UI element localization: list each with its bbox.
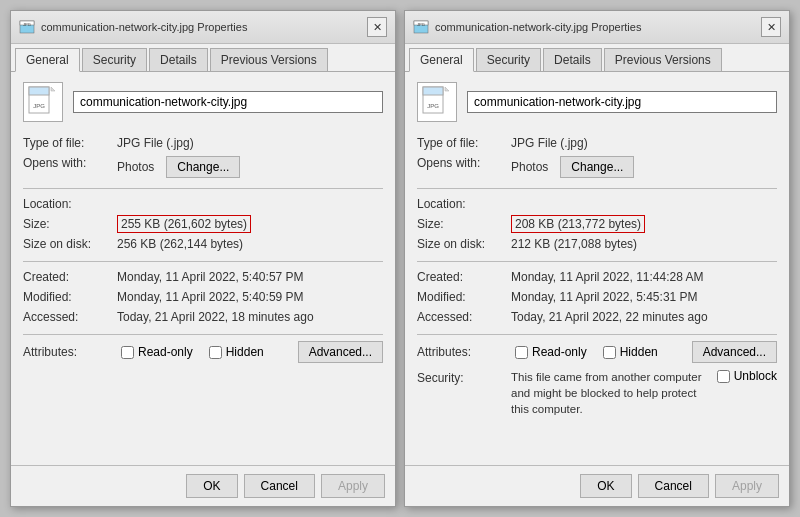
created-label-1: Created: [23,268,113,286]
advanced-button-1[interactable]: Advanced... [298,341,383,363]
readonly-input-2[interactable] [515,346,528,359]
hidden-checkbox-1[interactable]: Hidden [209,345,264,359]
info-grid-2: Type of file: JPG File (.jpg) Opens with… [417,134,777,180]
cancel-button-2[interactable]: Cancel [638,474,709,498]
divider-1a [23,188,383,189]
type-label-1: Type of file: [23,134,113,152]
file-header-2: JPG communication-network-city.jpg [417,82,777,122]
created-label-2: Created: [417,268,507,286]
attributes-row-2: Attributes: Read-only Hidden Advanced... [417,341,777,363]
info-grid-2c: Created: Monday, 11 April 2022, 11:44:28… [417,268,777,326]
file-icon-1: JPG [23,82,63,122]
accessed-value-2: Today, 21 April 2022, 22 minutes ago [511,308,777,326]
hidden-input-2[interactable] [603,346,616,359]
ok-button-1[interactable]: OK [186,474,237,498]
type-value-2: JPG File (.jpg) [511,134,777,152]
ok-button-2[interactable]: OK [580,474,631,498]
file-header-1: JPG communication-network-city.jpg [23,82,383,122]
close-button-1[interactable]: ✕ [367,17,387,37]
tab-security-1[interactable]: Security [82,48,147,71]
close-button-2[interactable]: ✕ [761,17,781,37]
apply-button-2[interactable]: Apply [715,474,779,498]
content-2: JPG communication-network-city.jpg Type … [405,72,789,465]
opens-value-2: Photos Change... [511,154,777,180]
footer-2: OK Cancel Apply [405,465,789,506]
title-icon-1: JPG [19,19,35,35]
location-label-2: Location: [417,195,507,213]
tab-general-2[interactable]: General [409,48,474,72]
divider-2b [417,261,777,262]
divider-1c [23,334,383,335]
attributes-label-2: Attributes: [417,345,507,359]
cancel-button-1[interactable]: Cancel [244,474,315,498]
info-grid-1: Type of file: JPG File (.jpg) Opens with… [23,134,383,180]
opens-label-2: Opens with: [417,154,507,180]
size-on-disk-label-2: Size on disk: [417,235,507,253]
info-grid-1c: Created: Monday, 11 April 2022, 5:40:57 … [23,268,383,326]
accessed-value-1: Today, 21 April 2022, 18 minutes ago [117,308,383,326]
svg-marker-6 [51,87,55,91]
file-name-1: communication-network-city.jpg [73,91,383,113]
type-label-2: Type of file: [417,134,507,152]
modified-value-1: Monday, 11 April 2022, 5:40:59 PM [117,288,383,306]
title-icon-2: JPG [413,19,429,35]
modified-label-1: Modified: [23,288,113,306]
tab-details-2[interactable]: Details [543,48,602,71]
svg-text:JPG: JPG [427,103,439,109]
divider-1b [23,261,383,262]
readonly-checkbox-2[interactable]: Read-only [515,345,587,359]
readonly-checkbox-1[interactable]: Read-only [121,345,193,359]
dialog-1: JPG communication-network-city.jpg Prope… [10,10,396,507]
type-value-1: JPG File (.jpg) [117,134,383,152]
title-bar-2: JPG communication-network-city.jpg Prope… [405,11,789,44]
size-value-1: 255 KB (261,602 bytes) [117,215,383,233]
size-label-1: Size: [23,215,113,233]
opens-label-1: Opens with: [23,154,113,180]
tabs-1: General Security Details Previous Versio… [11,44,395,72]
content-1: JPG communication-network-city.jpg Type … [11,72,395,465]
tab-details-1[interactable]: Details [149,48,208,71]
tab-general-1[interactable]: General [15,48,80,72]
hidden-label-1: Hidden [226,345,264,359]
size-label-2: Size: [417,215,507,233]
checkbox-group-1: Read-only Hidden [121,345,290,359]
tab-previous-versions-2[interactable]: Previous Versions [604,48,722,71]
size-on-disk-label-1: Size on disk: [23,235,113,253]
readonly-input-1[interactable] [121,346,134,359]
size-on-disk-value-2: 212 KB (217,088 bytes) [511,235,777,253]
accessed-label-2: Accessed: [417,308,507,326]
info-grid-1b: Location: Size: 255 KB (261,602 bytes) S… [23,195,383,253]
advanced-button-2[interactable]: Advanced... [692,341,777,363]
file-name-2: communication-network-city.jpg [467,91,777,113]
opens-value-1: Photos Change... [117,154,383,180]
unblock-checkbox-2[interactable] [717,370,730,383]
hidden-input-1[interactable] [209,346,222,359]
security-label-2: Security: [417,369,507,385]
created-value-1: Monday, 11 April 2022, 5:40:57 PM [117,268,383,286]
size-value-2: 208 KB (213,772 bytes) [511,215,777,233]
readonly-label-1: Read-only [138,345,193,359]
tab-previous-versions-1[interactable]: Previous Versions [210,48,328,71]
security-row-2: Security: This file came from another co… [417,369,777,417]
location-value-2 [511,195,777,213]
tab-security-2[interactable]: Security [476,48,541,71]
file-icon-2: JPG [417,82,457,122]
accessed-label-1: Accessed: [23,308,113,326]
change-button-1[interactable]: Change... [166,156,240,178]
apply-button-1[interactable]: Apply [321,474,385,498]
readonly-label-2: Read-only [532,345,587,359]
svg-rect-4 [29,87,49,95]
hidden-checkbox-2[interactable]: Hidden [603,345,658,359]
created-value-2: Monday, 11 April 2022, 11:44:28 AM [511,268,777,286]
change-button-2[interactable]: Change... [560,156,634,178]
size-on-disk-value-1: 256 KB (262,144 bytes) [117,235,383,253]
security-text-2: This file came from another computer and… [511,369,713,417]
tabs-2: General Security Details Previous Versio… [405,44,789,72]
location-label-1: Location: [23,195,113,213]
attributes-label-1: Attributes: [23,345,113,359]
attributes-row-1: Attributes: Read-only Hidden Advanced... [23,341,383,363]
dialog-1-title: communication-network-city.jpg Propertie… [41,21,247,33]
svg-marker-13 [445,87,449,91]
svg-text:JPG: JPG [417,22,425,27]
unblock-label-2: Unblock [734,369,777,383]
